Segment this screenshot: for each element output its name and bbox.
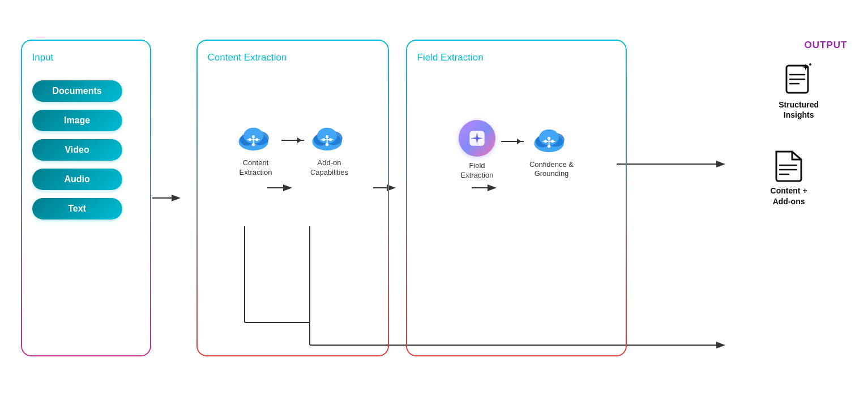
addon-capabilities-step: Add-onCapabilities xyxy=(310,120,349,178)
input-item-video[interactable]: Video xyxy=(32,139,122,161)
document-sparkle-svg xyxy=(782,62,816,96)
structured-insights-icon xyxy=(782,62,816,96)
structured-insights-content: Structured Insights xyxy=(771,62,827,120)
content-extraction-step: ContentExtraction xyxy=(236,120,276,178)
output-panel: OUTPUT xyxy=(754,40,848,206)
content-addons-icon xyxy=(772,148,806,182)
svg-point-45 xyxy=(548,144,550,147)
input-item-text[interactable]: Text xyxy=(32,198,122,219)
content-extraction-title: Content Extraction xyxy=(208,52,287,63)
field-extraction-title: Field Extraction xyxy=(417,52,484,63)
input-title: Input xyxy=(32,52,54,63)
input-items: Documents Image Video Audio Text xyxy=(32,80,122,219)
addon-capabilities-label: Add-onCapabilities xyxy=(310,158,348,178)
structured-insights-label: Structured Insights xyxy=(771,100,827,120)
document-list-svg xyxy=(772,148,806,182)
output-items: Structured Insights xyxy=(771,62,827,206)
content-addons-item: Content +Add-ons xyxy=(771,148,827,206)
content-to-addon-arrow xyxy=(281,140,304,141)
structured-insights-item: Structured Insights xyxy=(771,62,827,120)
input-panel: Input Documents Image Video Audio Text xyxy=(21,40,151,356)
content-addons-content: Content +Add-ons xyxy=(771,148,807,206)
content-extraction-panel: Content Extraction xyxy=(179,40,372,356)
input-item-image[interactable]: Image xyxy=(32,110,122,131)
cloud-confidence-icon xyxy=(532,122,571,156)
svg-point-32 xyxy=(326,143,328,146)
sparkle-icon xyxy=(467,128,487,148)
svg-point-52 xyxy=(809,63,811,66)
confidence-grounding-step: Confidence &Grounding xyxy=(529,122,574,179)
svg-point-44 xyxy=(548,136,550,139)
ai-field-icon xyxy=(459,120,495,157)
field-to-confidence-arrow xyxy=(501,141,524,142)
svg-point-20 xyxy=(252,143,255,146)
input-item-audio[interactable]: Audio xyxy=(32,169,122,190)
field-extraction-step: FieldExtraction xyxy=(459,120,495,180)
diagram: Input Documents Image Video Audio Text C… xyxy=(21,17,848,379)
cloud-extraction-icon xyxy=(236,120,276,154)
cloud-addon-icon xyxy=(310,120,349,154)
field-extraction-label: FieldExtraction xyxy=(461,161,494,180)
output-title: OUTPUT xyxy=(805,40,848,51)
field-extraction-panel: Field Extraction FieldExtraction xyxy=(395,40,615,356)
confidence-grounding-label: Confidence &Grounding xyxy=(529,160,574,179)
content-addons-label: Content +Add-ons xyxy=(771,186,807,206)
input-item-documents[interactable]: Documents xyxy=(32,80,122,102)
svg-point-31 xyxy=(326,135,328,138)
svg-point-19 xyxy=(252,135,255,138)
content-extraction-label: ContentExtraction xyxy=(240,158,272,178)
